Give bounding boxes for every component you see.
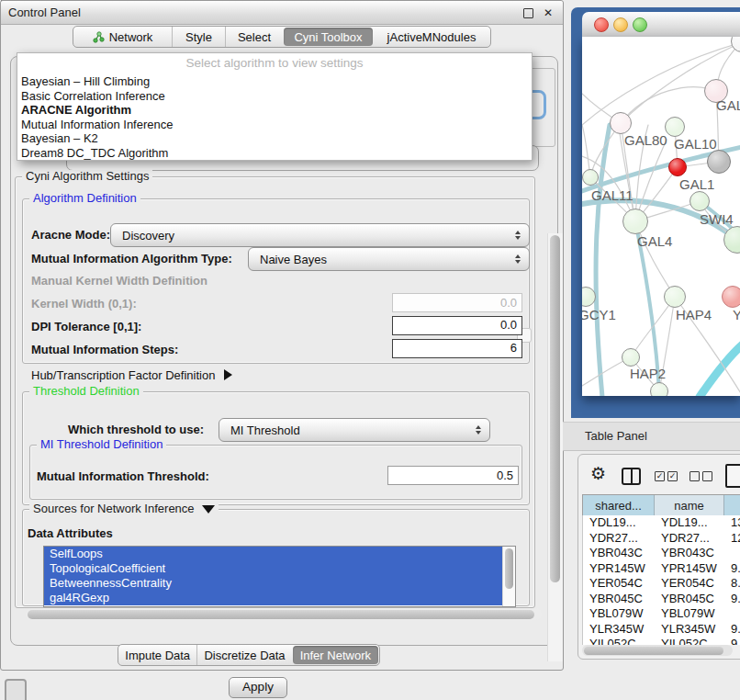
table-row[interactable]: YPR145WYPR145W9. (583, 561, 740, 577)
page-icon[interactable] (725, 464, 740, 488)
scrollbar-thumb[interactable] (584, 647, 723, 655)
checked-checkbox-icon[interactable]: ✓ (667, 471, 678, 481)
mi-threshold-field[interactable]: 0.5 (387, 466, 519, 485)
column-header-shared-name[interactable]: shared... (583, 495, 655, 516)
which-threshold-combobox[interactable]: MI Threshold (219, 418, 490, 442)
sources-title[interactable]: Sources for Network Inference (29, 502, 219, 515)
tab-select[interactable]: Select (225, 27, 283, 47)
group-title: Cyni Algorithm Settings (22, 170, 152, 183)
network-node[interactable] (622, 209, 648, 234)
column-header-name[interactable]: name (655, 495, 724, 516)
attribute-list-item[interactable]: BetweennessCentrality (44, 576, 515, 591)
tab-discretize-data[interactable]: Discretize Data (196, 645, 291, 665)
network-node[interactable] (664, 286, 686, 308)
combobox-value: MI Threshold (230, 419, 300, 441)
table-row[interactable]: YIL052CYIL052C9. (583, 637, 740, 645)
network-node[interactable] (665, 117, 685, 137)
column-header-clipped[interactable] (724, 495, 740, 516)
sources-title-label: Sources for Network Inference (33, 502, 195, 515)
table-cell: 9. (724, 637, 740, 645)
algorithm-option[interactable]: Bayesian – K2 (17, 131, 532, 146)
node-label: GAL1 (679, 176, 714, 192)
algorithm-option[interactable]: ARACNE Algorithm (17, 103, 532, 118)
tab-infer-network[interactable]: Infer Network (293, 646, 378, 664)
table-horizontal-scrollbar[interactable] (582, 645, 733, 656)
scrollbar-thumb[interactable] (550, 235, 560, 582)
table-row[interactable]: YBR045CYBR045C9. (583, 592, 740, 607)
table-row[interactable]: YDR27...YDR27...12 (583, 531, 740, 547)
algorithm-option[interactable]: Bayesian – Hill Climbing (17, 74, 532, 89)
table-cell: 9. (724, 561, 740, 577)
tab-label: Cyni Toolbox (294, 30, 362, 44)
table-row[interactable]: YLR345WYLR345W9. (583, 622, 740, 638)
tab-cyni-toolbox[interactable]: Cyni Toolbox (284, 28, 373, 46)
network-view-window[interactable]: GALGAL80GAL10GAL1GAL11SWI4GAL4GCY1HAP4YH… (571, 7, 740, 418)
table-cell: YBR043C (655, 546, 724, 561)
network-edge[interactable] (700, 344, 740, 396)
group-title: MI Threshold Definition (37, 438, 166, 451)
network-node[interactable] (650, 382, 668, 396)
zoom-traffic-light-icon[interactable] (633, 17, 647, 32)
node-label: GCY1 (582, 307, 616, 322)
table-cell: YDL19... (583, 515, 655, 531)
attribute-list-item[interactable]: gal4RGexp (44, 591, 515, 605)
attribute-list-item[interactable]: SelfLoops (44, 547, 515, 561)
network-window-titlebar[interactable] (582, 12, 740, 38)
aracne-mode-label: Aracne Mode: (31, 228, 110, 242)
kernel-width-field[interactable]: 0.0 (392, 293, 522, 312)
close-traffic-light-icon[interactable] (594, 17, 609, 32)
mi-algorithm-type-combobox[interactable]: Naive Bayes (248, 247, 530, 271)
table-row[interactable]: YBR043CYBR043C (583, 546, 740, 561)
tab-label: Select (238, 30, 271, 44)
spinner-arrows-icon (515, 231, 521, 240)
columns-icon[interactable] (622, 468, 641, 485)
table-row[interactable]: YBL079WYBL079W (583, 606, 740, 622)
network-canvas[interactable]: GALGAL80GAL10GAL1GAL11SWI4GAL4GCY1HAP4YH… (582, 37, 740, 396)
attribute-list-item[interactable]: TopologicalCoefficient (44, 561, 515, 576)
algorithm-option[interactable]: Mutual Information Inference (17, 118, 532, 132)
table-row[interactable]: YER054CYER054C8. (583, 576, 740, 592)
minimize-traffic-light-icon[interactable] (613, 17, 628, 32)
unchecked-checkbox-icon[interactable] (690, 471, 700, 481)
float-window-icon[interactable] (523, 8, 533, 18)
close-window-icon[interactable]: ✕ (543, 7, 554, 18)
collapsed-panel-icon[interactable] (5, 679, 27, 700)
table-cell (724, 606, 740, 622)
network-node[interactable] (668, 158, 687, 176)
table-cell: YBR043C (583, 546, 655, 561)
list-vertical-scrollbar[interactable] (502, 547, 515, 606)
unchecked-checkbox-icon[interactable] (702, 471, 712, 481)
dpi-tolerance-field[interactable]: 0.0 (392, 316, 522, 335)
network-node[interactable] (707, 150, 731, 174)
algorithm-option[interactable]: Dream8 DC_TDC Algorithm (17, 146, 532, 161)
mi-steps-field[interactable]: 6 (392, 339, 522, 358)
table-cell: YER054C (655, 576, 724, 592)
aracne-mode-combobox[interactable]: Discovery (110, 223, 530, 247)
network-node[interactable] (690, 191, 710, 211)
network-edge[interactable] (596, 125, 610, 396)
data-attributes-list[interactable]: SelfLoopsTopologicalCoefficientBetweenne… (43, 546, 516, 607)
tab-jactivemnodules[interactable]: jActiveMNodules (374, 27, 489, 47)
apply-button[interactable]: Apply (229, 677, 287, 698)
scrollbar-thumb[interactable] (28, 610, 534, 619)
settings-vertical-scrollbar[interactable] (547, 233, 563, 661)
network-node[interactable] (622, 348, 640, 367)
checked-checkbox-icon[interactable]: ✓ (655, 471, 665, 481)
network-node[interactable] (722, 286, 740, 308)
hub-definition-section[interactable]: Hub/Transcription Factor Definition (31, 368, 232, 382)
algorithm-option[interactable]: Basic Correlation Inference (17, 89, 532, 104)
tab-impute-data[interactable]: Impute Data (118, 645, 196, 665)
combobox-value: Naive Bayes (260, 248, 327, 270)
network-node[interactable] (610, 112, 632, 134)
table-cell: YBL079W (583, 606, 655, 622)
tab-style[interactable]: Style (172, 27, 225, 47)
gear-icon[interactable]: ⚙ (590, 464, 606, 484)
table-row[interactable]: YDL19...YDL19...13 (583, 515, 740, 531)
tab-network[interactable]: Network (73, 27, 172, 47)
expand-right-icon[interactable] (224, 369, 232, 380)
collapse-down-icon[interactable] (202, 505, 215, 514)
settings-horizontal-scrollbar[interactable] (26, 608, 542, 620)
scrollbar-thumb[interactable] (505, 548, 513, 589)
dropdown-prompt: Select algorithm to view settings (17, 53, 532, 73)
network-node[interactable] (582, 169, 599, 186)
